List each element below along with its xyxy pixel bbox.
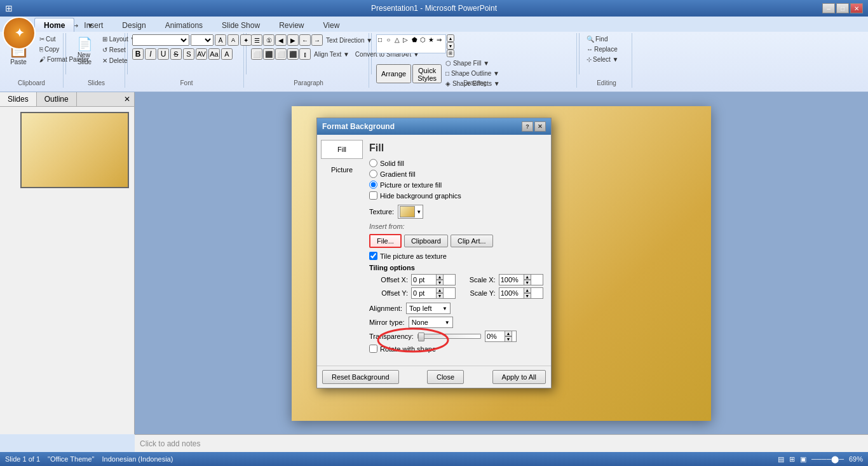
close-button[interactable]: Close (427, 370, 464, 384)
italic-btn[interactable]: I (145, 48, 156, 60)
transparency-down-btn[interactable]: ▼ (505, 336, 512, 342)
offset-y-input[interactable]: ▲ ▼ (411, 287, 456, 299)
view-slider-icon[interactable]: ⊞ (789, 455, 795, 463)
select-button[interactable]: ⊹Select ▼ (584, 55, 621, 64)
transparency-field[interactable] (485, 332, 505, 341)
transparency-thumb[interactable] (418, 332, 424, 341)
scale-x-down-btn[interactable]: ▼ (524, 280, 531, 285)
align-right-btn[interactable]: ⬜ (275, 48, 287, 60)
font-grow-btn[interactable]: A (215, 34, 226, 46)
texture-dropdown[interactable]: ▼ (398, 205, 423, 219)
transparency-slider[interactable] (417, 334, 481, 339)
shapes-less-btn[interactable]: ▼ (447, 42, 454, 50)
tab-animations[interactable]: Animations (156, 18, 212, 32)
reset-background-button[interactable]: Reset Background (322, 370, 399, 384)
scale-x-up-btn[interactable]: ▲ (524, 274, 531, 280)
outline-tab[interactable]: Outline (37, 92, 77, 106)
rotate-checkbox[interactable] (369, 345, 377, 353)
scale-y-down-btn[interactable]: ▼ (524, 293, 531, 299)
font-family-select[interactable] (132, 34, 189, 46)
alignment-select[interactable]: Top left ▼ (406, 303, 451, 314)
increase-indent-btn[interactable]: ▶ (287, 34, 299, 46)
columns-btn[interactable]: ⫿ (299, 48, 311, 60)
shape-outline-btn[interactable]: □ Shape Outline ▼ (443, 69, 503, 78)
numbering-btn[interactable]: ① (263, 34, 275, 46)
align-text-btn[interactable]: Align Text ▼ (311, 50, 352, 59)
offset-y-up-btn[interactable]: ▲ (436, 287, 444, 293)
clipboard-button[interactable]: Clipboard (404, 235, 448, 247)
scale-x-field[interactable] (499, 275, 524, 284)
find-button[interactable]: 🔍Find (584, 34, 610, 44)
offset-x-up-btn[interactable]: ▲ (436, 274, 444, 280)
offset-x-input[interactable]: ▲ ▼ (411, 274, 456, 285)
scale-y-up-btn[interactable]: ▲ (524, 287, 531, 293)
offset-y-field[interactable] (412, 289, 436, 298)
copy-icon: ⎘ (39, 46, 43, 53)
slide-thumbnail-1[interactable] (20, 112, 129, 188)
offset-x-down-btn[interactable]: ▼ (436, 280, 444, 285)
notes-bar[interactable]: Click to add notes (135, 434, 868, 452)
view-normal-icon[interactable]: ▤ (778, 455, 784, 463)
minimize-button[interactable]: – (822, 3, 835, 13)
tab-home[interactable]: Home (34, 18, 74, 32)
offset-y-down-btn[interactable]: ▼ (436, 293, 444, 299)
charspacing-btn[interactable]: AV (196, 48, 207, 60)
tile-checkbox[interactable] (369, 252, 377, 260)
tiling-options-label: Tiling options (369, 264, 543, 271)
clip-art-button[interactable]: Clip Art... (451, 235, 493, 247)
close-button[interactable]: ✕ (850, 3, 863, 13)
office-button[interactable]: ✦ (3, 17, 36, 50)
scale-y-field[interactable] (499, 289, 524, 298)
mirror-select[interactable]: None ▼ (409, 317, 453, 328)
shape-fill-btn[interactable]: ⬡ Shape Fill ▼ (443, 58, 503, 68)
decrease-indent-btn[interactable]: ◀ (275, 34, 287, 46)
rtl-btn[interactable]: ← (299, 34, 311, 46)
replace-button[interactable]: ↔Replace (584, 45, 620, 54)
sidebar-picture-btn[interactable]: Picture (321, 160, 363, 179)
panel-close-btn[interactable]: ✕ (120, 92, 134, 106)
align-center-btn[interactable]: ⬛ (263, 48, 275, 60)
offset-x-field[interactable] (412, 275, 436, 284)
tab-design[interactable]: Design (112, 18, 155, 32)
view-reading-icon[interactable]: ▣ (800, 455, 806, 463)
align-left-btn[interactable]: ⬜ (251, 48, 262, 60)
scale-y-input[interactable]: ▲ ▼ (499, 287, 543, 299)
bold-btn[interactable]: B (132, 48, 144, 60)
align-justify-btn[interactable]: ⬛ (287, 48, 299, 60)
shapes-gallery[interactable]: □○△▷ ⬟⬡★⇒ (376, 34, 446, 53)
dialog-close-icon[interactable]: ✕ (534, 121, 546, 132)
hide-bg-checkbox[interactable] (369, 191, 377, 200)
picture-texture-fill-radio[interactable] (369, 181, 377, 189)
shadow-btn[interactable]: S (183, 48, 194, 60)
apply-to-all-button[interactable]: Apply to All (492, 370, 546, 384)
tab-review[interactable]: Review (269, 18, 313, 32)
ribbon-group-paragraph: ☰ ① ◀ ▶ ← → Text Direction ▼ ⬜ ⬛ ⬜ ⬛ ⫿ (248, 33, 369, 88)
ltr-btn[interactable]: → (311, 34, 323, 46)
new-slide-button[interactable]: 📄 NewSlide (71, 34, 98, 72)
transparency-up-btn[interactable]: ▲ (505, 331, 512, 336)
fontcolor-btn[interactable]: A (221, 48, 233, 60)
dialog-help-btn[interactable]: ? (522, 121, 533, 132)
tab-insert[interactable]: Insert (74, 18, 112, 32)
zoom-level[interactable]: 69% (849, 455, 863, 463)
shapes-all-btn[interactable]: ⊞ (447, 50, 454, 57)
changecase-btn[interactable]: Aa (208, 48, 220, 60)
font-size-select[interactable] (191, 34, 214, 46)
tab-view[interactable]: View (314, 18, 349, 32)
maximize-button[interactable]: □ (836, 3, 849, 13)
slides-tab[interactable]: Slides (0, 92, 37, 106)
gradient-fill-radio[interactable] (369, 170, 377, 178)
solid-fill-radio[interactable] (369, 159, 377, 167)
scale-x-input[interactable]: ▲ ▼ (499, 274, 543, 285)
text-direction-btn[interactable]: Text Direction ▼ (323, 36, 375, 45)
underline-btn[interactable]: U (158, 48, 169, 60)
bullets-btn[interactable]: ☰ (251, 34, 262, 46)
file-button[interactable]: File... (369, 234, 402, 248)
zoom-slider[interactable]: ────⬤─ (811, 455, 844, 463)
tab-slideshow[interactable]: Slide Show (212, 18, 269, 32)
font-shrink-btn[interactable]: A (227, 34, 239, 46)
strikethrough-btn[interactable]: S (170, 48, 182, 60)
shapes-more-btn[interactable]: ▲ (447, 34, 454, 42)
sidebar-fill-btn[interactable]: Fill (321, 140, 363, 159)
transparency-input[interactable]: ▲ ▼ (485, 331, 517, 342)
